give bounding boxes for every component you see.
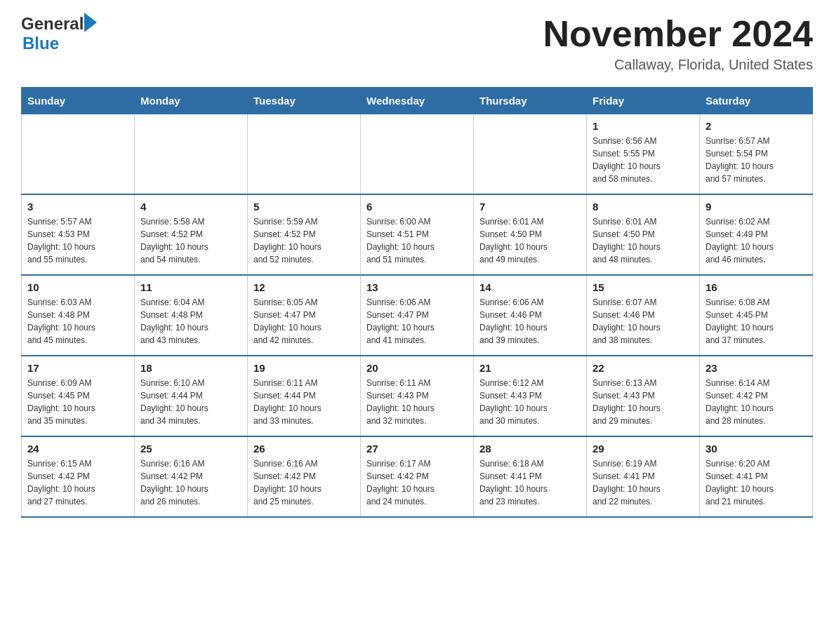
day-info: Sunrise: 6:20 AMSunset: 4:41 PMDaylight:… bbox=[706, 457, 807, 508]
day-number: 18 bbox=[140, 362, 241, 374]
day-info: Sunrise: 6:01 AMSunset: 4:50 PMDaylight:… bbox=[479, 215, 581, 266]
day-info: Sunrise: 6:06 AMSunset: 4:47 PMDaylight:… bbox=[366, 296, 468, 347]
calendar-cell bbox=[474, 114, 587, 195]
calendar-cell: 15Sunrise: 6:07 AMSunset: 4:46 PMDayligh… bbox=[587, 275, 700, 356]
month-title: November 2024 bbox=[543, 14, 813, 54]
calendar-cell: 21Sunrise: 6:12 AMSunset: 4:43 PMDayligh… bbox=[474, 356, 587, 436]
day-info: Sunrise: 6:08 AMSunset: 4:45 PMDaylight:… bbox=[706, 296, 807, 347]
day-number: 22 bbox=[593, 362, 694, 374]
day-number: 15 bbox=[593, 281, 694, 293]
calendar-cell: 22Sunrise: 6:13 AMSunset: 4:43 PMDayligh… bbox=[587, 356, 700, 436]
day-info: Sunrise: 6:56 AMSunset: 5:55 PMDaylight:… bbox=[593, 135, 694, 185]
day-info: Sunrise: 5:57 AMSunset: 4:53 PMDaylight:… bbox=[27, 215, 128, 266]
day-info: Sunrise: 6:01 AMSunset: 4:50 PMDaylight:… bbox=[593, 215, 694, 266]
day-info: Sunrise: 6:10 AMSunset: 4:44 PMDaylight:… bbox=[140, 377, 241, 427]
day-info: Sunrise: 5:59 AMSunset: 4:52 PMDaylight:… bbox=[253, 215, 355, 266]
day-info: Sunrise: 6:06 AMSunset: 4:46 PMDaylight:… bbox=[479, 296, 581, 347]
day-number: 9 bbox=[706, 201, 807, 213]
calendar-cell: 8Sunrise: 6:01 AMSunset: 4:50 PMDaylight… bbox=[587, 194, 700, 275]
day-number: 29 bbox=[593, 443, 694, 455]
day-info: Sunrise: 6:15 AMSunset: 4:42 PMDaylight:… bbox=[27, 457, 128, 508]
day-number: 14 bbox=[479, 281, 581, 293]
day-number: 26 bbox=[253, 443, 355, 455]
day-info: Sunrise: 6:57 AMSunset: 5:54 PMDaylight:… bbox=[706, 135, 807, 185]
logo-general-text: General bbox=[21, 14, 84, 34]
calendar-cell bbox=[135, 114, 248, 195]
day-info: Sunrise: 6:13 AMSunset: 4:43 PMDaylight:… bbox=[593, 377, 694, 427]
calendar-cell: 10Sunrise: 6:03 AMSunset: 4:48 PMDayligh… bbox=[22, 275, 135, 356]
weekday-header-tuesday: Tuesday bbox=[248, 88, 361, 114]
week-row-4: 17Sunrise: 6:09 AMSunset: 4:45 PMDayligh… bbox=[22, 356, 813, 436]
weekday-header-wednesday: Wednesday bbox=[361, 88, 474, 114]
day-number: 5 bbox=[253, 201, 355, 213]
title-area: November 2024 Callaway, Florida, United … bbox=[543, 14, 813, 73]
calendar-cell bbox=[22, 114, 135, 195]
day-number: 27 bbox=[366, 443, 468, 455]
week-row-2: 3Sunrise: 5:57 AMSunset: 4:53 PMDaylight… bbox=[22, 194, 813, 275]
day-number: 3 bbox=[27, 201, 128, 213]
calendar-cell: 2Sunrise: 6:57 AMSunset: 5:54 PMDaylight… bbox=[700, 114, 813, 195]
calendar-cell bbox=[361, 114, 474, 195]
weekday-header-saturday: Saturday bbox=[700, 88, 813, 114]
day-number: 11 bbox=[140, 281, 241, 293]
day-number: 6 bbox=[366, 201, 468, 213]
day-info: Sunrise: 6:03 AMSunset: 4:48 PMDaylight:… bbox=[27, 296, 128, 347]
day-info: Sunrise: 6:11 AMSunset: 4:43 PMDaylight:… bbox=[366, 377, 468, 427]
day-number: 17 bbox=[27, 362, 128, 374]
day-number: 1 bbox=[593, 120, 694, 132]
week-row-3: 10Sunrise: 6:03 AMSunset: 4:48 PMDayligh… bbox=[22, 275, 813, 356]
calendar-cell: 28Sunrise: 6:18 AMSunset: 4:41 PMDayligh… bbox=[474, 436, 587, 517]
weekday-header-monday: Monday bbox=[135, 88, 248, 114]
day-number: 13 bbox=[366, 281, 468, 293]
week-row-1: 1Sunrise: 6:56 AMSunset: 5:55 PMDaylight… bbox=[22, 114, 813, 195]
day-number: 16 bbox=[706, 281, 807, 293]
week-row-5: 24Sunrise: 6:15 AMSunset: 4:42 PMDayligh… bbox=[22, 436, 813, 517]
day-number: 8 bbox=[593, 201, 694, 213]
day-number: 21 bbox=[479, 362, 581, 374]
calendar-cell: 24Sunrise: 6:15 AMSunset: 4:42 PMDayligh… bbox=[22, 436, 135, 517]
calendar-cell: 3Sunrise: 5:57 AMSunset: 4:53 PMDaylight… bbox=[22, 194, 135, 275]
logo-blue-text: Blue bbox=[22, 34, 59, 53]
day-number: 30 bbox=[706, 443, 807, 455]
calendar-cell: 17Sunrise: 6:09 AMSunset: 4:45 PMDayligh… bbox=[22, 356, 135, 436]
calendar-cell: 29Sunrise: 6:19 AMSunset: 4:41 PMDayligh… bbox=[587, 436, 700, 517]
day-number: 4 bbox=[140, 201, 241, 213]
calendar-cell: 27Sunrise: 6:17 AMSunset: 4:42 PMDayligh… bbox=[361, 436, 474, 517]
calendar-cell: 13Sunrise: 6:06 AMSunset: 4:47 PMDayligh… bbox=[361, 275, 474, 356]
weekday-header-sunday: Sunday bbox=[22, 88, 135, 114]
day-number: 7 bbox=[479, 201, 581, 213]
weekday-header-thursday: Thursday bbox=[474, 88, 587, 114]
day-info: Sunrise: 6:16 AMSunset: 4:42 PMDaylight:… bbox=[253, 457, 355, 508]
day-info: Sunrise: 6:11 AMSunset: 4:44 PMDaylight:… bbox=[253, 377, 355, 427]
day-number: 10 bbox=[27, 281, 128, 293]
day-number: 25 bbox=[140, 443, 241, 455]
calendar-cell: 5Sunrise: 5:59 AMSunset: 4:52 PMDaylight… bbox=[248, 194, 361, 275]
calendar-cell: 7Sunrise: 6:01 AMSunset: 4:50 PMDaylight… bbox=[474, 194, 587, 275]
day-info: Sunrise: 6:02 AMSunset: 4:49 PMDaylight:… bbox=[706, 215, 807, 266]
calendar-cell: 30Sunrise: 6:20 AMSunset: 4:41 PMDayligh… bbox=[700, 436, 813, 517]
calendar-table: SundayMondayTuesdayWednesdayThursdayFrid… bbox=[21, 87, 813, 518]
calendar-cell: 11Sunrise: 6:04 AMSunset: 4:48 PMDayligh… bbox=[135, 275, 248, 356]
day-info: Sunrise: 6:05 AMSunset: 4:47 PMDaylight:… bbox=[253, 296, 355, 347]
day-info: Sunrise: 6:07 AMSunset: 4:46 PMDaylight:… bbox=[593, 296, 694, 347]
weekday-header-friday: Friday bbox=[587, 88, 700, 114]
calendar-cell: 23Sunrise: 6:14 AMSunset: 4:42 PMDayligh… bbox=[700, 356, 813, 436]
day-info: Sunrise: 6:00 AMSunset: 4:51 PMDaylight:… bbox=[366, 215, 468, 266]
calendar-cell: 25Sunrise: 6:16 AMSunset: 4:42 PMDayligh… bbox=[135, 436, 248, 517]
calendar-cell: 9Sunrise: 6:02 AMSunset: 4:49 PMDaylight… bbox=[700, 194, 813, 275]
day-number: 2 bbox=[706, 120, 807, 132]
calendar-cell bbox=[248, 114, 361, 195]
day-info: Sunrise: 6:16 AMSunset: 4:42 PMDaylight:… bbox=[140, 457, 241, 508]
day-info: Sunrise: 6:18 AMSunset: 4:41 PMDaylight:… bbox=[479, 457, 581, 508]
calendar-cell: 12Sunrise: 6:05 AMSunset: 4:47 PMDayligh… bbox=[248, 275, 361, 356]
calendar-cell: 14Sunrise: 6:06 AMSunset: 4:46 PMDayligh… bbox=[474, 275, 587, 356]
day-info: Sunrise: 5:58 AMSunset: 4:52 PMDaylight:… bbox=[140, 215, 241, 266]
day-info: Sunrise: 6:17 AMSunset: 4:42 PMDaylight:… bbox=[366, 457, 468, 508]
weekday-header-row: SundayMondayTuesdayWednesdayThursdayFrid… bbox=[22, 88, 813, 114]
day-number: 20 bbox=[366, 362, 468, 374]
logo-triangle-icon bbox=[84, 13, 97, 32]
calendar-cell: 20Sunrise: 6:11 AMSunset: 4:43 PMDayligh… bbox=[361, 356, 474, 436]
calendar-cell: 26Sunrise: 6:16 AMSunset: 4:42 PMDayligh… bbox=[248, 436, 361, 517]
day-number: 12 bbox=[253, 281, 355, 293]
location-subtitle: Callaway, Florida, United States bbox=[543, 57, 813, 73]
